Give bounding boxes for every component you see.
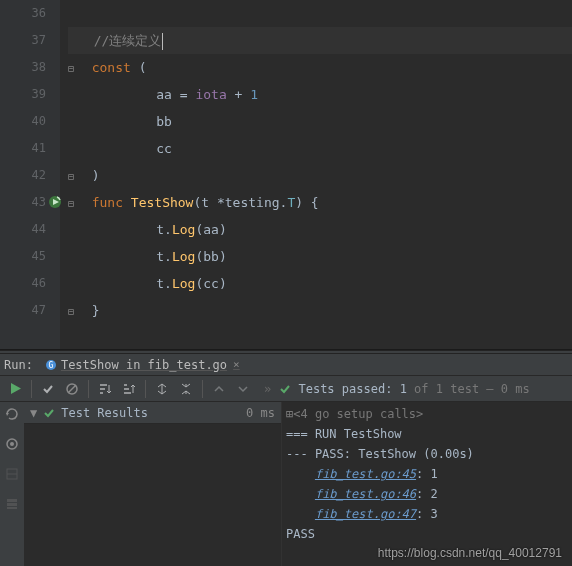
line-number[interactable]: 43 xyxy=(0,189,46,216)
test-results-tree[interactable]: ▼ Test Results 0 ms xyxy=(24,402,282,566)
svg-marker-4 xyxy=(11,383,21,394)
status-number: 1 xyxy=(400,382,407,396)
line-number[interactable]: 41 xyxy=(0,135,46,162)
status-prefix: Tests passed: xyxy=(298,382,392,396)
svg-rect-14 xyxy=(7,507,17,509)
watermark: https://blog.csdn.net/qq_40012791 xyxy=(378,546,562,560)
line-number[interactable]: 37 xyxy=(0,27,46,54)
file-link[interactable]: fib_test.go:45 xyxy=(315,467,416,481)
code-line[interactable]: t.Log(bb) xyxy=(68,243,572,270)
check-icon xyxy=(43,407,55,419)
code-line[interactable]: t.Log(cc) xyxy=(68,270,572,297)
code-editor[interactable]: 363738394041424344454647 //连续定义⊟ const (… xyxy=(0,0,572,350)
run-button[interactable] xyxy=(4,378,26,400)
code-line[interactable] xyxy=(68,0,572,27)
code-line[interactable]: ⊟ func TestShow(t *testing.T) { xyxy=(68,189,572,216)
line-number[interactable]: 47 xyxy=(0,297,46,324)
svg-rect-13 xyxy=(7,503,17,506)
line-number[interactable]: 38 xyxy=(0,54,46,81)
layout-button-2[interactable] xyxy=(4,496,20,512)
run-toolbar: » Tests passed: 1 of 1 test – 0 ms xyxy=(0,376,572,402)
output-line: PASS xyxy=(286,524,568,544)
run-tab-label: TestShow in fib_test.go xyxy=(61,358,227,372)
output-line: fib_test.go:46: 2 xyxy=(286,484,568,504)
svg-rect-12 xyxy=(7,499,17,502)
output-line: --- PASS: TestShow (0.00s) xyxy=(286,444,568,464)
separator xyxy=(31,380,32,398)
svg-text:G: G xyxy=(48,361,53,370)
code-line[interactable]: ⊟ } xyxy=(68,297,572,324)
separator xyxy=(202,380,203,398)
line-number[interactable]: 42 xyxy=(0,162,46,189)
toggle-auto-test-button[interactable] xyxy=(4,436,20,452)
more-indicator[interactable]: » xyxy=(264,382,271,396)
line-number[interactable]: 44 xyxy=(0,216,46,243)
results-label: Test Results xyxy=(61,406,148,420)
next-test-button[interactable] xyxy=(232,378,254,400)
go-icon: G xyxy=(45,359,57,371)
rerun-failed-button[interactable] xyxy=(4,406,20,422)
status-suffix: of 1 test – 0 ms xyxy=(414,382,530,396)
setup-calls-line: <4 go setup calls> xyxy=(293,407,423,421)
editor-code-area[interactable]: //连续定义⊟ const ( aa = iota + 1 bb cc⊟ )⊟ … xyxy=(60,0,572,349)
line-number[interactable]: 39 xyxy=(0,81,46,108)
run-config-tab[interactable]: G TestShow in fib_test.go × xyxy=(39,356,246,374)
output-line: === RUN TestShow xyxy=(286,424,568,444)
line-number[interactable]: 40 xyxy=(0,108,46,135)
layout-button-1[interactable] xyxy=(4,466,20,482)
show-passed-button[interactable] xyxy=(37,378,59,400)
svg-marker-7 xyxy=(6,413,9,416)
line-number[interactable]: 45 xyxy=(0,243,46,270)
code-line[interactable]: cc xyxy=(68,135,572,162)
code-line[interactable]: aa = iota + 1 xyxy=(68,81,572,108)
expand-all-button[interactable] xyxy=(151,378,173,400)
output-line: fib_test.go:47: 3 xyxy=(286,504,568,524)
show-ignored-button[interactable] xyxy=(61,378,83,400)
editor-gutter: 363738394041424344454647 xyxy=(0,0,60,349)
svg-line-6 xyxy=(68,385,76,393)
sort-button-2[interactable] xyxy=(118,378,140,400)
code-line[interactable]: t.Log(aa) xyxy=(68,216,572,243)
run-side-tools xyxy=(0,402,24,566)
code-line[interactable]: bb xyxy=(68,108,572,135)
test-status: Tests passed: 1 of 1 test – 0 ms xyxy=(279,382,529,396)
output-line: fib_test.go:45: 1 xyxy=(286,464,568,484)
code-line[interactable]: ⊟ ) xyxy=(68,162,572,189)
results-header: ▼ Test Results 0 ms xyxy=(24,402,281,424)
prev-test-button[interactable] xyxy=(208,378,230,400)
code-line[interactable]: ⊟ const ( xyxy=(68,54,572,81)
file-link[interactable]: fib_test.go:47 xyxy=(315,507,416,521)
code-line[interactable]: //连续定义 xyxy=(68,27,572,54)
run-label: Run: xyxy=(4,358,33,372)
svg-point-9 xyxy=(10,442,14,446)
line-number[interactable]: 36 xyxy=(0,0,46,27)
separator xyxy=(88,380,89,398)
run-body: ▼ Test Results 0 ms ⊞<4 go setup calls> … xyxy=(0,402,572,566)
run-header: Run: G TestShow in fib_test.go × xyxy=(0,354,572,376)
line-number[interactable]: 46 xyxy=(0,270,46,297)
test-output[interactable]: ⊞<4 go setup calls> === RUN TestShow--- … xyxy=(282,402,572,566)
file-link[interactable]: fib_test.go:46 xyxy=(315,487,416,501)
sort-button-1[interactable] xyxy=(94,378,116,400)
chevron-down-icon[interactable]: ▼ xyxy=(30,406,37,420)
separator xyxy=(145,380,146,398)
run-panel: Run: G TestShow in fib_test.go × xyxy=(0,354,572,566)
results-time: 0 ms xyxy=(246,406,275,420)
check-icon xyxy=(279,382,298,396)
close-icon[interactable]: × xyxy=(233,358,240,371)
collapse-all-button[interactable] xyxy=(175,378,197,400)
